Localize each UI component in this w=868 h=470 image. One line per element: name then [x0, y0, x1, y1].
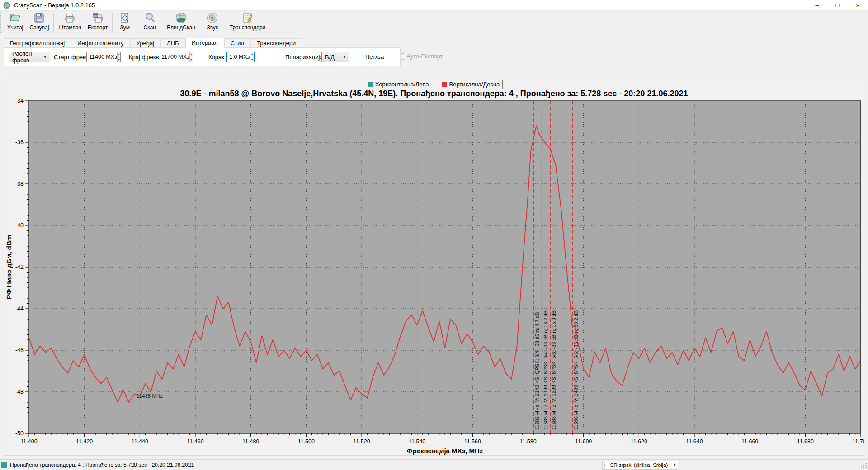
chart-title: 30.9E - milan58 @ Borovo Naselje,Hrvatsk… — [4, 89, 864, 99]
svg-text:11.640: 11.640 — [686, 438, 703, 445]
scan-button[interactable]: Скан — [139, 11, 160, 34]
svg-text:11.400: 11.400 — [20, 438, 37, 445]
open-folder-icon — [9, 12, 21, 24]
spin-down-icon[interactable]: ▼ — [190, 57, 193, 62]
svg-text:РФ Ниво дБм, dBm: РФ Ниво дБм, dBm — [5, 235, 13, 299]
loop-checkbox[interactable]: Петља — [357, 53, 384, 60]
polarization-combo[interactable]: В/Д ▼ — [321, 52, 349, 62]
svg-text:11.680: 11.680 — [797, 438, 814, 445]
language-spinner[interactable]: ▲▼ — [672, 462, 678, 468]
scan-icon — [144, 12, 156, 24]
close-button[interactable]: ✕ — [848, 0, 868, 11]
maximize-button[interactable]: ☐ — [827, 0, 848, 11]
svg-text:11588 MHz; V; 1299 KS ;8PSK; 5: 11588 MHz; V; 1299 KS ;8PSK; 5/6; -33 dB… — [551, 310, 557, 430]
svg-text:11.560: 11.560 — [464, 438, 481, 445]
toolbar-separator — [53, 13, 54, 32]
svg-text:11.500: 11.500 — [298, 438, 315, 445]
svg-text:11.440: 11.440 — [132, 438, 148, 445]
end-frequency-spinner[interactable]: 11700 МХз ▲▼ — [159, 52, 193, 62]
tab-lnb[interactable]: ЛНБ — [160, 38, 185, 47]
spectrum-chart-panel: 11582 MHz; V; 2142 KS ;QPSK; 3/4; -33 dB… — [4, 77, 864, 456]
tab-satellite-info[interactable]: Инфо о сателиту — [71, 38, 130, 47]
save-icon — [33, 12, 45, 24]
svg-text:-36: -36 — [15, 139, 24, 146]
export-button[interactable]: Експорт — [85, 11, 111, 34]
toolbar-separator — [162, 13, 162, 32]
tab-interval[interactable]: Интервал — [185, 38, 224, 48]
toolbar-grip[interactable] — [0, 12, 4, 33]
load-button[interactable]: Учитај — [4, 11, 26, 34]
svg-text:11.620: 11.620 — [631, 438, 647, 445]
polarization-label: Поларизација — [285, 54, 323, 61]
svg-text:11.480: 11.480 — [242, 438, 259, 445]
language-selector[interactable]: SR srpski (ćirilica, Srbija) ▲▼ — [602, 461, 678, 470]
svg-text:-38: -38 — [15, 181, 24, 187]
svg-text:-42: -42 — [15, 264, 24, 270]
start-frequency-label: Старт фрекв — [54, 54, 89, 61]
toolbar-separator — [112, 13, 113, 32]
checkbox-icon — [357, 54, 363, 60]
minimize-button[interactable]: ─ — [807, 0, 827, 11]
print-button[interactable]: Штампач — [55, 11, 84, 34]
status-bar: Пронађено транспондера: 4 , Пронађено за… — [0, 459, 868, 470]
toolbar-separator — [137, 13, 137, 32]
legend-item-vertical[interactable]: Вертикална/Десна — [439, 80, 503, 89]
sound-button[interactable]: Звук — [202, 11, 223, 34]
save-button[interactable]: Сачувај — [26, 11, 52, 34]
svg-text:-50: -50 — [15, 430, 24, 437]
sound-icon — [206, 12, 218, 24]
end-frequency-label: Крај фрекв — [129, 54, 159, 61]
svg-text:11.700: 11.700 — [852, 438, 864, 445]
svg-text:11.580: 11.580 — [519, 438, 536, 445]
spin-up-icon[interactable]: ▲ — [118, 52, 120, 57]
toolbar-separator — [200, 13, 200, 32]
svg-text:-48: -48 — [15, 389, 24, 395]
svg-text:-40: -40 — [15, 222, 24, 229]
zoom-button[interactable]: Зум — [114, 11, 136, 34]
window-title: CrazyScan - Верзија 1.0.2.165 — [14, 2, 95, 9]
legend-swatch-horizontal — [368, 82, 373, 87]
svg-text:11438 MHz: 11438 MHz — [137, 393, 163, 399]
spin-up-icon[interactable]: ▲ — [250, 52, 254, 57]
export-icon — [92, 12, 104, 24]
legend-swatch-vertical — [442, 82, 447, 87]
svg-text:11.460: 11.460 — [187, 438, 203, 445]
blindscan-icon — [175, 12, 187, 24]
settings-tab-strip: Географски положај Инфо о сателиту Уређа… — [4, 38, 302, 48]
svg-text:11.540: 11.540 — [409, 438, 425, 445]
legend-item-horizontal[interactable]: Хоризонтална/Лева — [365, 80, 432, 89]
step-label: Корак — [208, 54, 224, 61]
blindscan-button[interactable]: БлиндСкан — [164, 11, 198, 34]
chart-legend: Хоризонтална/Лева Вертикална/Десна — [4, 80, 864, 89]
transponders-button[interactable]: Транспондери — [226, 11, 269, 34]
chevron-down-icon: ▼ — [343, 55, 346, 59]
start-frequency-spinner[interactable]: 11400 МХз ▲▼ — [86, 52, 121, 62]
toolbar-separator — [225, 13, 225, 32]
step-spinner[interactable]: 1,0 МХз ▲▼ — [226, 52, 255, 62]
spectrum-plot[interactable]: 11582 MHz; V; 2142 KS ;QPSK; 3/4; -33 dB… — [4, 77, 864, 455]
main-toolbar: Учитај Сачувај Штампач Експорт — [0, 11, 868, 34]
frequency-range-combo[interactable]: Распон фрекв ▼ — [9, 52, 50, 62]
chevron-down-icon: ▼ — [43, 55, 47, 59]
svg-text:11.520: 11.520 — [353, 438, 370, 445]
spin-up-icon[interactable]: ▲ — [190, 52, 193, 57]
tab-device[interactable]: Уређај — [130, 38, 160, 47]
tab-geographic-position[interactable]: Географски положај — [4, 38, 71, 47]
spin-down-icon[interactable]: ▼ — [118, 57, 120, 62]
svg-text:-34: -34 — [15, 98, 24, 104]
spin-down-icon[interactable]: ▼ — [250, 57, 254, 62]
svg-text:11.600: 11.600 — [575, 438, 592, 445]
svg-text:-46: -46 — [15, 347, 24, 353]
interval-tab-panel: Распон фрекв ▼ Старт фрекв 11400 МХз ▲▼ … — [4, 47, 401, 66]
svg-text:-44: -44 — [15, 306, 24, 312]
tab-transponders[interactable]: Транспондери — [250, 38, 302, 47]
tab-style[interactable]: Стил — [224, 38, 250, 47]
zoom-document-icon — [119, 12, 131, 24]
auto-export-checkbox: Ауто-Експорт — [398, 53, 443, 60]
status-icon — [1, 462, 7, 468]
svg-text:11.660: 11.660 — [741, 438, 758, 445]
svg-text:11582 MHz; V; 2142 KS ;QPSK; 3: 11582 MHz; V; 2142 KS ;QPSK; 3/4; -33 dB… — [534, 312, 540, 430]
resize-grip-icon[interactable] — [861, 462, 867, 469]
svg-text:Фреквенција МХз, MHz: Фреквенција МХз, MHz — [407, 447, 483, 455]
title-bar: CrazyScan - Верзија 1.0.2.165 ─ ☐ ✕ — [0, 0, 868, 11]
